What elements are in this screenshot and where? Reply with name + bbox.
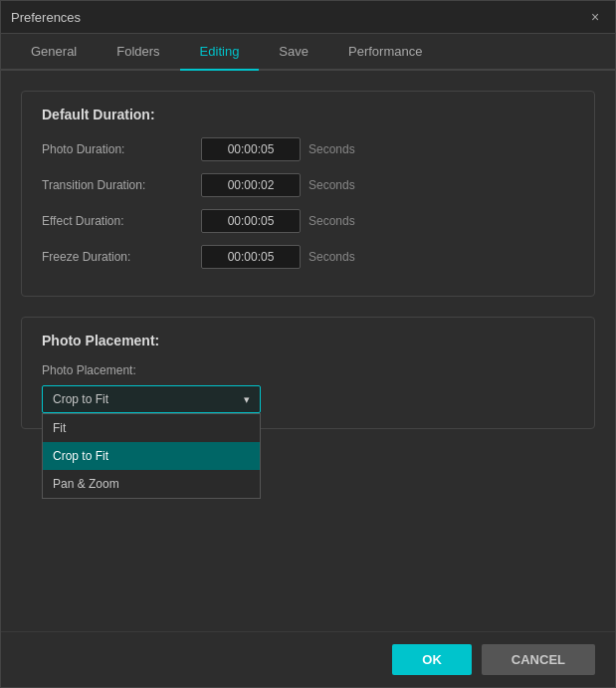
dropdown-selected-value: Crop to Fit bbox=[53, 392, 108, 406]
content-area: Default Duration: Photo Duration: Second… bbox=[1, 71, 615, 631]
photo-duration-row: Photo Duration: Seconds bbox=[42, 137, 574, 161]
photo-duration-unit: Seconds bbox=[308, 142, 355, 156]
freeze-duration-label: Freeze Duration: bbox=[42, 250, 201, 264]
photo-placement-section-title: Photo Placement: bbox=[42, 333, 574, 348]
effect-duration-unit: Seconds bbox=[308, 214, 355, 228]
photo-duration-input[interactable] bbox=[201, 137, 301, 161]
photo-duration-label: Photo Duration: bbox=[42, 142, 201, 156]
tab-editing[interactable]: Editing bbox=[180, 34, 260, 71]
photo-placement-dropdown[interactable]: Crop to Fit ▾ bbox=[42, 385, 261, 413]
dialog-footer: OK CANCEL bbox=[1, 631, 615, 687]
cancel-button[interactable]: CANCEL bbox=[482, 644, 595, 675]
freeze-duration-unit: Seconds bbox=[308, 250, 355, 264]
transition-duration-unit: Seconds bbox=[308, 178, 355, 192]
freeze-duration-input[interactable] bbox=[201, 245, 301, 269]
ok-button[interactable]: OK bbox=[392, 644, 472, 675]
effect-duration-input[interactable] bbox=[201, 209, 301, 233]
tab-performance[interactable]: Performance bbox=[328, 34, 442, 71]
photo-placement-menu: Fit Crop to Fit Pan & Zoom bbox=[42, 413, 261, 499]
effect-duration-label: Effect Duration: bbox=[42, 214, 201, 228]
dialog-title: Preferences bbox=[11, 10, 81, 25]
transition-duration-label: Transition Duration: bbox=[42, 178, 201, 192]
dropdown-option-crop-to-fit[interactable]: Crop to Fit bbox=[43, 442, 260, 470]
tab-general[interactable]: General bbox=[11, 34, 97, 71]
default-duration-section: Default Duration: Photo Duration: Second… bbox=[21, 91, 595, 297]
photo-placement-dropdown-wrapper: Crop to Fit ▾ Fit Crop to Fit Pan & Zoom bbox=[42, 385, 261, 413]
title-bar: Preferences × bbox=[1, 1, 615, 34]
effect-duration-row: Effect Duration: Seconds bbox=[42, 209, 574, 233]
dropdown-option-fit[interactable]: Fit bbox=[43, 414, 260, 442]
tab-bar: General Folders Editing Save Performance bbox=[1, 34, 615, 71]
transition-duration-input[interactable] bbox=[201, 173, 301, 197]
transition-duration-row: Transition Duration: Seconds bbox=[42, 173, 574, 197]
tab-folders[interactable]: Folders bbox=[97, 34, 179, 71]
photo-placement-field-label: Photo Placement: bbox=[42, 363, 574, 377]
preferences-dialog: Preferences × General Folders Editing Sa… bbox=[0, 0, 616, 688]
freeze-duration-row: Freeze Duration: Seconds bbox=[42, 245, 574, 269]
close-button[interactable]: × bbox=[585, 7, 605, 27]
tab-save[interactable]: Save bbox=[259, 34, 328, 71]
photo-placement-section: Photo Placement: Photo Placement: Crop t… bbox=[21, 317, 595, 429]
chevron-down-icon: ▾ bbox=[244, 393, 250, 406]
default-duration-title: Default Duration: bbox=[42, 107, 574, 122]
dropdown-option-pan-zoom[interactable]: Pan & Zoom bbox=[43, 470, 260, 498]
